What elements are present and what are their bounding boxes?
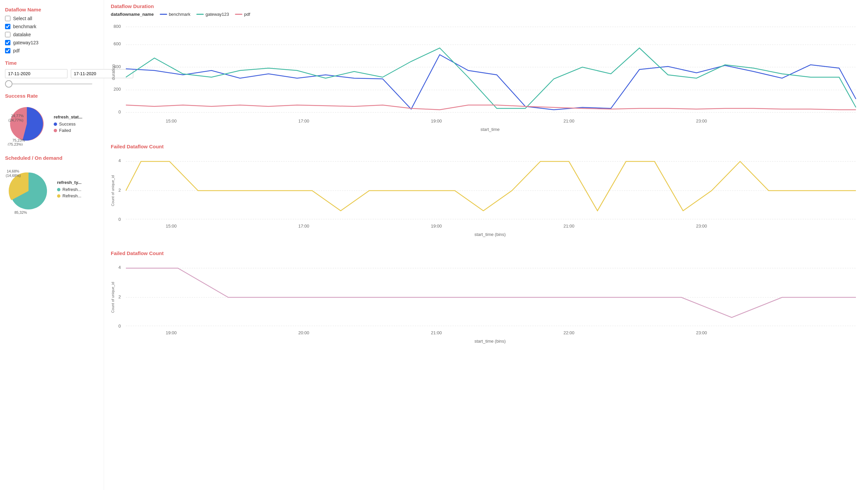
- y-tick-200: 200: [114, 87, 121, 92]
- success-pie-svg: 24,77% (24,77%) 75,23% (75,23%): [5, 102, 49, 146]
- filter-benchmark[interactable]: benchmark: [5, 24, 99, 29]
- date-start-input[interactable]: [5, 69, 67, 78]
- failed-count-chart1-block: Failed Dataflow Count 4 2 0 Count of uni…: [111, 144, 861, 240]
- x1-tick-1500: 15:00: [166, 223, 177, 228]
- time-section: Time: [5, 60, 99, 85]
- y2-tick-2: 2: [119, 294, 121, 299]
- label-benchmark: benchmark: [13, 24, 36, 29]
- scheduled-section: Scheduled / On demand 14,68% (14,68%) 85…: [5, 155, 99, 215]
- select-all-label: Select all: [13, 16, 32, 21]
- failed-count-chart2-block: Failed Dataflow Count 4 2 0 Count of uni…: [111, 250, 861, 347]
- x-tick-1900: 19:00: [431, 119, 442, 123]
- label-gateway123: gateway123: [13, 40, 39, 45]
- x2-tick-1900: 19:00: [166, 330, 177, 335]
- filter-gateway123[interactable]: gateway123: [5, 40, 99, 45]
- failed-count2-title: Failed Dataflow Count: [111, 250, 861, 256]
- checkbox-pdf[interactable]: [5, 48, 10, 53]
- duration-legend-row: dataflowname_name benchmark gateway123 p…: [111, 12, 861, 17]
- success-legend-title: refresh_stat...: [54, 115, 82, 120]
- x2-axis-label: start_time (bins): [474, 339, 505, 344]
- x-axis-label: start_time: [480, 127, 499, 132]
- x2-tick-2100: 21:00: [431, 330, 442, 335]
- pdf-line-legend: [235, 14, 242, 15]
- success-dot: [54, 123, 57, 126]
- ondemand-pct2-label: (14,68%): [6, 174, 21, 178]
- x-tick-1700: 17:00: [299, 119, 309, 123]
- scheduled-legend: refresh_ty... Refresh... Refresh...: [57, 180, 82, 200]
- success-label: Success: [59, 122, 75, 126]
- scheduled-label: Refresh...: [62, 187, 81, 192]
- scheduled-pie-svg: 14,68% (14,68%) 85,32% (85,32%): [5, 164, 52, 214]
- main-content: Dataflow Duration dataflowname_name benc…: [104, 0, 868, 490]
- pdf-line: [126, 105, 856, 110]
- failed-count1-line: [126, 161, 856, 211]
- time-slider-thumb[interactable]: [5, 80, 12, 88]
- time-title: Time: [5, 60, 99, 66]
- x1-tick-2300: 23:00: [696, 223, 707, 228]
- sidebar: Dataflow Name Select all benchmark datal…: [0, 0, 104, 490]
- success-legend-failed: Failed: [54, 128, 82, 133]
- x1-tick-1900: 19:00: [431, 223, 442, 228]
- scheduled-title: Scheduled / On demand: [5, 155, 99, 161]
- scheduled-dot: [57, 188, 60, 191]
- ondemand-dot: [57, 194, 60, 198]
- x-tick-1500: 15:00: [166, 119, 177, 123]
- scheduled-legend-title: refresh_ty...: [57, 180, 82, 185]
- failed-count1-title: Failed Dataflow Count: [111, 144, 861, 149]
- dataflow-name-title: Dataflow Name: [5, 7, 99, 12]
- success-legend: refresh_stat... Success Failed: [54, 115, 82, 134]
- gateway-line-legend: [196, 14, 204, 15]
- x2-tick-2000: 20:00: [299, 330, 309, 335]
- gateway123-line: [126, 48, 856, 109]
- failed-pct2-label: (24,77%): [8, 118, 24, 122]
- filter-datalake[interactable]: datalake: [5, 32, 99, 37]
- success-pie-chart: 24,77% (24,77%) 75,23% (75,23%): [5, 102, 49, 147]
- scheduled-pie-chart: 14,68% (14,68%) 85,32% (85,32%): [5, 164, 52, 215]
- duration-legend-pdf: pdf: [235, 12, 250, 17]
- time-slider-track: [5, 83, 92, 85]
- x1-tick-2100: 21:00: [564, 223, 575, 228]
- y2-tick-0: 0: [119, 324, 121, 329]
- success-pct2-label: (75,23%): [8, 142, 23, 146]
- success-legend-success: Success: [54, 122, 82, 126]
- failed-count2-line: [126, 268, 856, 317]
- label-pdf: pdf: [13, 48, 20, 53]
- success-pie-container: 24,77% (24,77%) 75,23% (75,23%) refresh_…: [5, 102, 99, 147]
- success-rate-title: Success Rate: [5, 93, 99, 99]
- checkbox-benchmark[interactable]: [5, 24, 10, 29]
- checkbox-datalake[interactable]: [5, 32, 10, 37]
- select-all-item[interactable]: Select all: [5, 16, 99, 21]
- y2-tick-4: 4: [119, 265, 121, 270]
- gateway-legend-label: gateway123: [206, 12, 229, 17]
- pdf-legend-label: pdf: [244, 12, 250, 17]
- duration-legend-name: dataflowname_name: [111, 12, 154, 17]
- x2-tick-2200: 22:00: [564, 330, 575, 335]
- duration-svg: 800 600 400 200 0 duration 15:00 17:00 1…: [111, 19, 859, 132]
- duration-legend-gateway: gateway123: [196, 12, 229, 17]
- filter-pdf[interactable]: pdf: [5, 48, 99, 53]
- select-all-checkbox[interactable]: [5, 16, 10, 21]
- benchmark-line-legend: [160, 14, 167, 15]
- x-tick-2300: 23:00: [696, 119, 707, 123]
- x-tick-2100: 21:00: [564, 119, 575, 123]
- failed-dot: [54, 129, 57, 132]
- y1-tick-0: 0: [119, 217, 121, 222]
- success-pct-label: 75,23%: [12, 138, 25, 142]
- y-axis-label: duration: [111, 64, 116, 80]
- ondemand-pct-label: 14,68%: [7, 169, 20, 173]
- y1-axis-label: Count of unique_id: [111, 175, 115, 206]
- scheduled-pct-label: 85,32%: [14, 210, 27, 214]
- y-tick-600: 600: [114, 41, 121, 46]
- y2-axis-label: Count of unique_id: [111, 282, 115, 313]
- y1-tick-4: 4: [119, 158, 121, 163]
- y-tick-800: 800: [114, 24, 121, 29]
- time-inputs: [5, 69, 99, 78]
- scheduled-pie-container: 14,68% (14,68%) 85,32% (85,32%) refresh_…: [5, 164, 99, 215]
- failed-count1-svg: 4 2 0 Count of unique_id 15:00 17:00 19:…: [111, 152, 859, 239]
- duration-legend-benchmark: benchmark: [160, 12, 190, 17]
- x1-tick-1700: 17:00: [299, 223, 309, 228]
- x2-tick-2300: 23:00: [696, 330, 707, 335]
- checkbox-gateway123[interactable]: [5, 40, 10, 45]
- label-datalake: datalake: [13, 32, 31, 37]
- scheduled-legend-scheduled: Refresh...: [57, 187, 82, 192]
